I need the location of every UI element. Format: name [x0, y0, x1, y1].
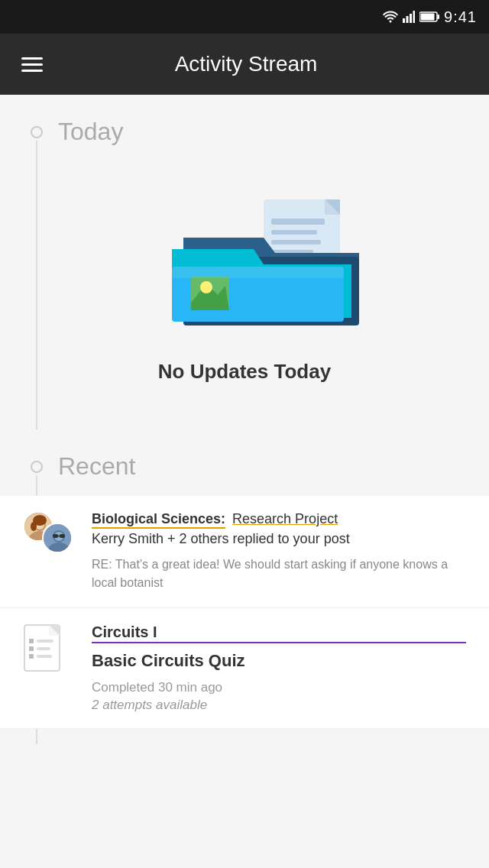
svg-rect-19	[172, 267, 344, 278]
avatar-area-quiz	[23, 623, 76, 673]
svg-rect-30	[53, 534, 58, 538]
svg-rect-36	[29, 639, 34, 643]
discussion-description: Kerry Smith + 2 others replied to your p…	[92, 529, 466, 549]
status-bar: 9:41	[0, 0, 489, 34]
no-updates-text: No Updates Today	[158, 360, 331, 384]
svg-rect-1	[406, 16, 409, 23]
svg-rect-10	[271, 240, 321, 245]
folder-illustration	[130, 177, 359, 345]
nav-bar: Activity Stream	[0, 34, 489, 95]
hamburger-line-1	[21, 57, 43, 60]
svg-rect-31	[60, 534, 65, 538]
svg-rect-3	[413, 11, 416, 23]
hamburger-line-2	[21, 63, 43, 66]
main-content: Today	[0, 95, 489, 868]
quiz-meta1: Completed 30 min ago	[92, 678, 466, 698]
today-timeline-line	[36, 141, 37, 429]
wifi-icon	[383, 11, 398, 23]
svg-rect-39	[37, 640, 53, 643]
signal-icon	[403, 11, 415, 23]
today-section-header: Today	[0, 118, 489, 146]
discussion-preview: RE: That’s a great idea! We should start…	[92, 555, 466, 592]
svg-rect-38	[29, 654, 34, 659]
recent-section: Recent	[0, 429, 489, 744]
recent-label: Recent	[58, 452, 135, 481]
discussion-course-title[interactable]: Biological Sciences: Research Project	[92, 511, 466, 527]
svg-rect-2	[410, 14, 412, 23]
avatar-area-discussion	[23, 511, 76, 557]
quiz-course-title[interactable]: Circuits I	[92, 623, 466, 643]
hamburger-line-3	[21, 70, 43, 72]
svg-rect-0	[403, 18, 405, 23]
svg-rect-40	[37, 647, 50, 650]
svg-rect-5	[421, 14, 435, 21]
svg-rect-41	[37, 655, 52, 658]
course-name-bio: Biological Sciences:	[92, 511, 225, 529]
status-icons: 9:41	[383, 8, 477, 26]
quiz-doc-icon	[23, 623, 65, 673]
hamburger-menu-button[interactable]	[15, 51, 49, 78]
recent-section-header: Recent	[0, 452, 489, 481]
svg-rect-9	[271, 230, 317, 235]
no-updates-area: No Updates Today	[0, 161, 489, 414]
today-section: Today	[0, 95, 489, 429]
avatar-person-2	[42, 523, 73, 553]
quiz-title: Basic Circuits Quiz	[92, 648, 466, 673]
svg-rect-6	[438, 15, 440, 19]
avatar-stack	[23, 511, 76, 557]
page-title: Activity Stream	[64, 52, 428, 76]
quiz-content: Circuits I Basic Circuits Quiz Completed…	[92, 623, 466, 713]
recent-dot	[31, 461, 43, 473]
activity-item-discussion[interactable]: Biological Sciences: Research Project Ke…	[0, 496, 489, 608]
today-dot	[31, 126, 43, 138]
svg-rect-8	[271, 219, 325, 225]
svg-point-25	[31, 522, 37, 531]
today-label: Today	[58, 118, 123, 146]
svg-rect-37	[29, 646, 34, 651]
svg-point-18	[200, 281, 212, 293]
status-time: 9:41	[444, 8, 477, 26]
course-subtitle-bio: Research Project	[232, 511, 338, 526]
activity-item-quiz[interactable]: Circuits I Basic Circuits Quiz Completed…	[0, 608, 489, 729]
folder-svg	[130, 177, 359, 329]
discussion-content: Biological Sciences: Research Project Ke…	[92, 511, 466, 592]
quiz-meta2: 2 attempts available	[92, 698, 466, 713]
battery-icon	[419, 11, 439, 22]
